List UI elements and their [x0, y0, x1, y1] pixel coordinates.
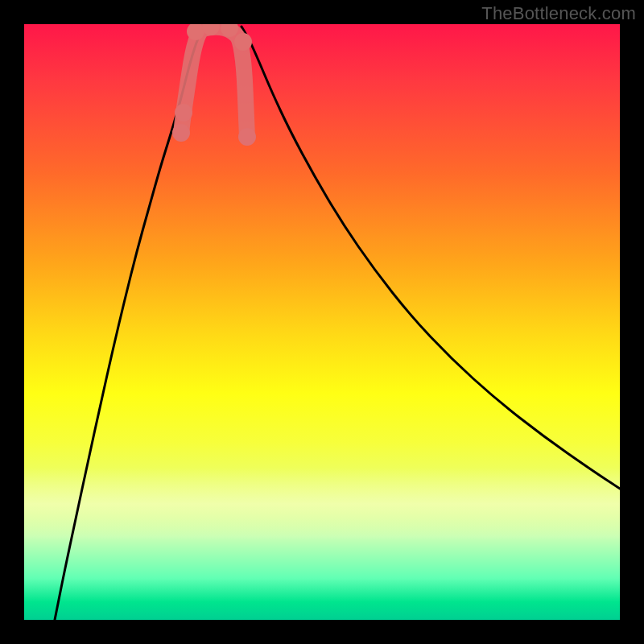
valley-dot: [175, 104, 192, 122]
curve-group: [55, 27, 620, 620]
curve-right-branch: [242, 27, 620, 489]
valley-dot: [238, 128, 256, 146]
valley-dot: [172, 124, 190, 142]
valley-dot: [234, 33, 252, 51]
plot-area: [24, 24, 620, 620]
dot-group: [172, 24, 256, 146]
chart-frame: TheBottleneck.com: [0, 0, 644, 644]
chart-svg: [24, 24, 620, 620]
watermark-text: TheBottleneck.com: [481, 3, 636, 24]
